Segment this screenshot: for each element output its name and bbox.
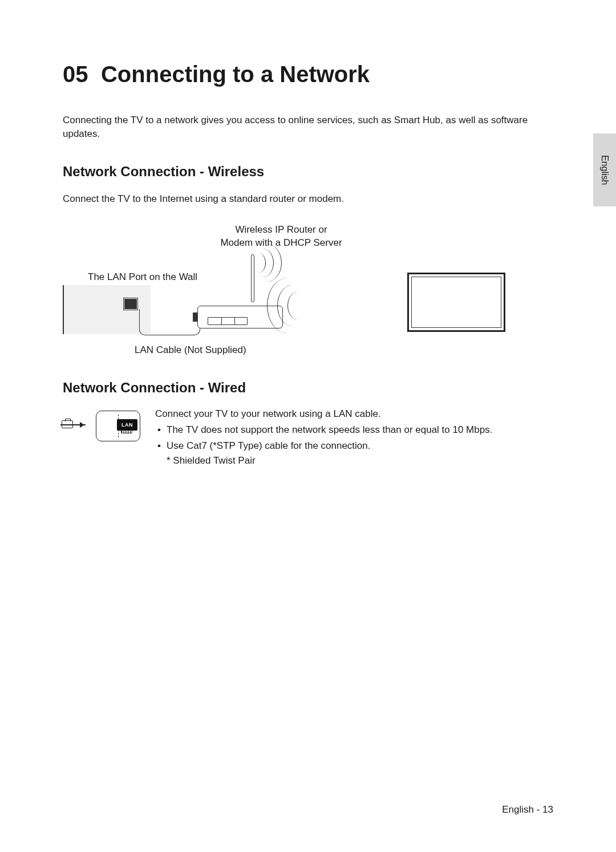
language-side-tab-label: English [599,155,610,185]
lan-cable-label: LAN Cable (Not Supplied) [135,344,246,356]
wired-bullet-list: The TV does not support the network spee… [155,423,553,453]
arrow-right-icon [80,422,84,428]
wireless-diagram: Wireless IP Router or Modem with a DHCP … [63,224,553,360]
lan-port-label: LAN [121,422,133,428]
section-intro-text: Connecting the TV to a network gives you… [63,113,553,141]
router-label-line2: Modem with a DHCP Server [220,237,342,248]
wired-heading: Network Connection - Wired [63,380,553,396]
tv-icon [407,273,505,332]
lan-port-diagram-icon: LAN [63,411,140,441]
wired-bullet-item: Use Cat7 (*STP Type) cable for the conne… [155,439,553,453]
section-number: 05 [63,62,88,87]
router-label-line1: Wireless IP Router or [235,224,327,235]
language-side-tab: English [593,133,616,206]
wireless-intro-text: Connect the TV to the Internet using a s… [63,192,553,206]
wired-footnote: * Shielded Twist Pair [155,455,553,466]
section-title: Connecting to a Network [101,62,370,87]
page-footer: English - 13 [502,804,553,816]
wired-bullet-item: The TV does not support the network spee… [155,423,553,437]
wall-lan-plug-icon [124,299,137,309]
lan-wall-label: The LAN Port on the Wall [88,271,197,283]
section-title-row: 05 Connecting to a Network [63,62,553,87]
wired-row: LAN Connect your TV to your network usin… [63,408,553,466]
lan-port-label-badge: LAN [117,419,137,431]
lan-port-box-icon: LAN [96,411,140,441]
router-label: Wireless IP Router or Modem with a DHCP … [198,224,364,250]
lan-cable-segment-icon [139,309,168,335]
wired-text-block: Connect your TV to your network using a … [155,408,553,466]
wired-intro-text: Connect your TV to your network using a … [155,408,553,420]
wireless-heading: Network Connection - Wireless [63,164,553,180]
router-ports-icon [208,317,248,325]
